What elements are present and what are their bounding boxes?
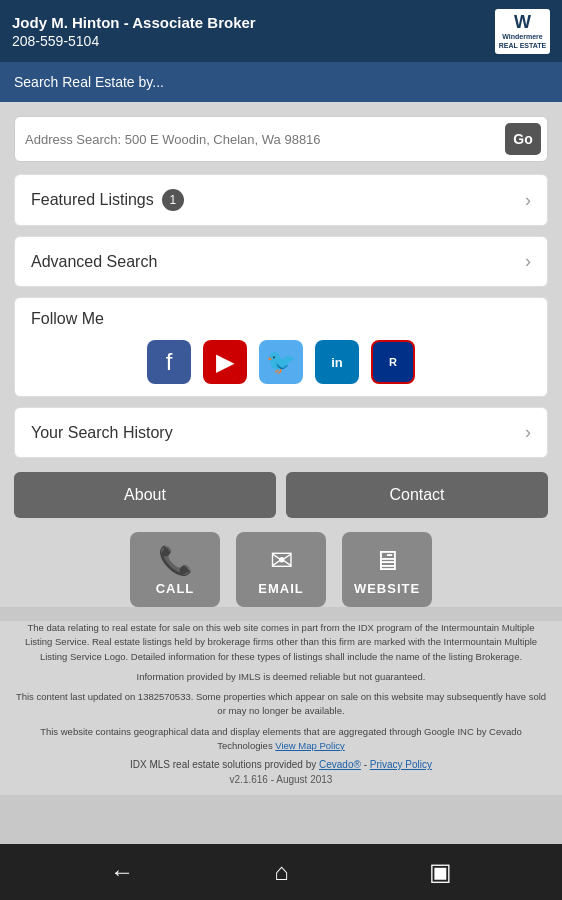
footer-disclaimer-4: This website contains geographical data … — [14, 725, 548, 754]
subheader: Search Real Estate by... — [0, 62, 562, 102]
realtor-icon[interactable]: R — [371, 340, 415, 384]
featured-listings-label: Featured Listings — [31, 191, 154, 209]
search-history-label: Your Search History — [31, 424, 173, 442]
follow-me-section: Follow Me f ▶ 🐦 in R — [14, 297, 548, 397]
featured-listings-item[interactable]: Featured Listings 1 › — [14, 174, 548, 226]
website-button[interactable]: 🖥 WEBSITE — [342, 532, 432, 607]
view-map-policy-link[interactable]: View Map Policy — [275, 740, 345, 751]
linkedin-icon[interactable]: in — [315, 340, 359, 384]
featured-listings-chevron: › — [525, 190, 531, 211]
facebook-icon[interactable]: f — [147, 340, 191, 384]
contact-icons-row: 📞 CALL ✉ EMAIL 🖥 WEBSITE — [14, 532, 548, 607]
search-history-chevron: › — [525, 422, 531, 443]
search-bar: Go — [14, 116, 548, 162]
back-nav-button[interactable]: ← — [110, 858, 134, 886]
header-agent-info: Jody M. Hinton - Associate Broker 208-55… — [12, 14, 256, 49]
follow-me-title: Follow Me — [31, 310, 531, 328]
home-nav-button[interactable]: ⌂ — [274, 858, 289, 886]
call-icon: 📞 — [158, 544, 193, 577]
social-icons-row: f ▶ 🐦 in R — [31, 340, 531, 384]
twitter-icon[interactable]: 🐦 — [259, 340, 303, 384]
footer-idx-links: IDX MLS real estate solutions provided b… — [14, 759, 548, 770]
email-button[interactable]: ✉ EMAIL — [236, 532, 326, 607]
search-input[interactable] — [25, 132, 505, 147]
featured-listings-left: Featured Listings 1 — [31, 189, 184, 211]
advanced-search-item[interactable]: Advanced Search › — [14, 236, 548, 287]
privacy-policy-link[interactable]: Privacy Policy — [370, 759, 432, 770]
featured-listings-badge: 1 — [162, 189, 184, 211]
logo-letter: W — [499, 12, 546, 33]
website-icon: 🖥 — [373, 544, 401, 577]
email-label: EMAIL — [258, 581, 303, 596]
agent-name: Jody M. Hinton - Associate Broker — [12, 14, 256, 31]
call-button[interactable]: 📞 CALL — [130, 532, 220, 607]
advanced-search-chevron: › — [525, 251, 531, 272]
footer-version: v2.1.616 - August 2013 — [14, 774, 548, 785]
logo-text: WindermereREAL ESTATE — [499, 33, 546, 50]
contact-button[interactable]: Contact — [286, 472, 548, 518]
action-buttons-row: About Contact — [14, 472, 548, 518]
footer-section: The data relating to real estate for sal… — [0, 621, 562, 795]
website-label: WEBSITE — [354, 581, 420, 596]
footer-disclaimer-1: The data relating to real estate for sal… — [14, 621, 548, 664]
go-button[interactable]: Go — [505, 123, 541, 155]
main-content: Go Featured Listings 1 › Advanced Search… — [0, 102, 562, 607]
apps-nav-button[interactable]: ▣ — [429, 858, 452, 886]
cevado-link[interactable]: Cevado® — [319, 759, 361, 770]
advanced-search-label: Advanced Search — [31, 253, 157, 271]
call-label: CALL — [156, 581, 195, 596]
footer-disclaimer-2: Information provided by IMLS is deemed r… — [14, 670, 548, 684]
windermere-logo: W WindermereREAL ESTATE — [495, 9, 550, 54]
bottom-nav: ← ⌂ ▣ — [0, 844, 562, 900]
agent-phone: 208-559-5104 — [12, 33, 256, 49]
email-icon: ✉ — [270, 544, 293, 577]
footer-disclaimer-3: This content last updated on 1382570533.… — [14, 690, 548, 719]
subheader-label: Search Real Estate by... — [14, 74, 164, 90]
about-button[interactable]: About — [14, 472, 276, 518]
search-history-item[interactable]: Your Search History › — [14, 407, 548, 458]
app-header: Jody M. Hinton - Associate Broker 208-55… — [0, 0, 562, 62]
youtube-icon[interactable]: ▶ — [203, 340, 247, 384]
